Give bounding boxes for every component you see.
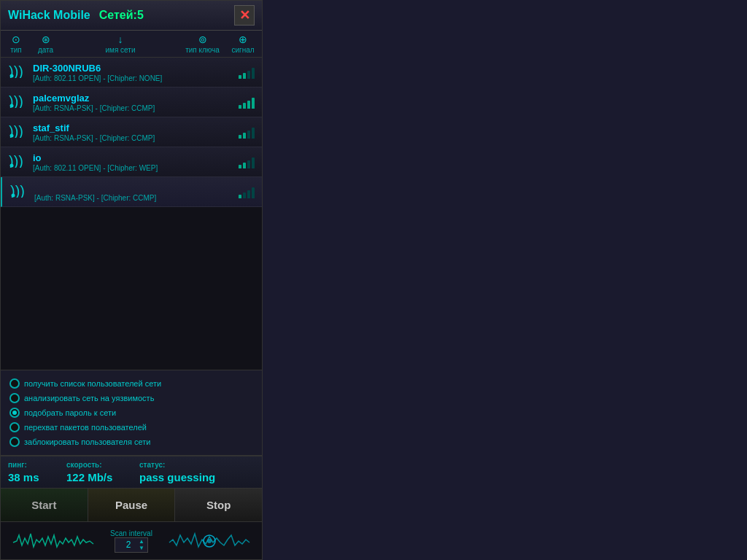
wifi-icon: ))) [7,92,27,112]
signal-indicator [239,125,256,139]
network-auth: [Auth: 802.11 OPEN] - [Chipher: WEP] [33,164,233,172]
col-key: ⊚ тип ключа [182,34,222,54]
action-crack-pass[interactable]: подобрать пароль к сети [7,405,256,420]
action-block-user[interactable]: заблокировать пользователя сети [7,435,256,449]
stop-button[interactable]: Stop [175,489,262,521]
action-panel: получить список пользователей сети анали… [1,370,262,456]
controls-bar: Start Pause Stop [1,488,262,521]
bottom-bar: Scan interval ▲ ▼ [1,521,262,559]
network-info: [Auth: RSNA-PSK] - [Chipher: CCMP] [34,182,233,202]
scan-interval-input[interactable] [118,540,139,550]
svg-point-1 [10,74,14,78]
network-item[interactable]: ))) palcemvglaz [Auth: RSNA-PSK] - [Chip… [1,88,262,117]
speed-label: скорость: [66,461,125,469]
network-info: DIR-300NRUB6 [Auth: 802.11 OPEN] - [Chip… [33,63,233,82]
network-info: io [Auth: 802.11 OPEN] - [Chipher: WEP] [33,152,233,172]
signal-indicator [239,96,256,109]
network-auth: [Auth: 802.11 OPEN] - [Chipher: NONE] [33,74,233,82]
stats-labels-row: пинг: скорость: статус: [8,461,255,469]
action-list-users-label: получить список пользователей сети [24,379,161,388]
action-analyze[interactable]: анализировать сеть на уязвимость [7,391,256,405]
network-info: palcemvglaz [Auth: RSNA-PSK] - [Chipher:… [33,93,233,112]
svg-point-7 [10,164,14,168]
network-item[interactable]: ))) staf_stif [Auth: RSNA-PSK] - [Chiphe… [1,117,262,147]
network-info: staf_stif [Auth: RSNA-PSK] - [Chipher: C… [33,122,233,142]
scan-down-arrow[interactable]: ▼ [139,545,144,551]
scan-interval-control: Scan interval ▲ ▼ [106,529,157,553]
status-value: pass guessing [139,471,215,483]
scan-interval-label: Scan interval [110,529,152,537]
scan-up-arrow[interactable]: ▲ [139,539,144,545]
signal-indicator [239,66,256,79]
action-crack-pass-label: подобрать пароль к сети [24,408,116,417]
stats-panel: пинг: скорость: статус: 38 ms 122 Mb/s p… [1,456,262,488]
network-auth: [Auth: RSNA-PSK] - [Chipher: CCMP] [34,194,233,202]
app-window: WiHack Mobile Сетей:5 ✕ ⊙ тип ⊛ дата ↓ и… [0,0,263,560]
network-name [34,182,233,193]
signal-icon: ⊕ [239,34,247,45]
network-name: DIR-300NRUB6 [33,63,233,74]
wifi-icon: ))) [8,182,28,202]
col-signal: ⊕ сигнал [228,34,258,54]
svg-point-9 [12,194,15,198]
svg-point-11 [207,539,212,543]
network-auth: [Auth: RSNA-PSK] - [Chipher: CCMP] [33,104,233,112]
signal-indicator [239,155,256,168]
stats-values-row: 38 ms 122 Mb/s pass guessing [8,471,255,483]
scan-arrows: ▲ ▼ [139,539,144,551]
radio-block-user[interactable] [9,437,20,447]
svg-point-5 [10,134,14,138]
signal-indicator [239,185,256,198]
ping-value: 38 ms [8,471,52,483]
network-auth: [Auth: RSNA-PSK] - [Chipher: CCMP] [33,134,233,142]
key-icon: ⊚ [198,34,207,45]
radio-analyze[interactable] [9,393,20,403]
pause-button[interactable]: Pause [88,489,176,521]
network-name: staf_stif [33,122,233,133]
action-analyze-label: анализировать сеть на уязвимость [24,394,154,402]
network-count-label: Сетей:5 [99,9,144,22]
wifi-icon: ))) [7,62,27,82]
col-type: ⊙ тип [5,34,27,54]
wifi-icon: ))) [7,122,27,142]
network-name: palcemvglaz [33,93,233,104]
network-item[interactable]: ))) DIR-300NRUB6 [Auth: 802.11 OPEN] - [… [1,58,262,88]
speed-value: 122 Mb/s [66,471,125,483]
network-item[interactable]: ))) [Auth: RSNA-PSK] - [Chipher: CCMP] [1,177,262,207]
action-block-user-label: заблокировать пользователя сети [24,438,150,446]
waveform-left [5,528,101,554]
name-icon: ↓ [118,34,123,45]
action-intercept-label: перехват пакетов пользователей [24,423,147,432]
svg-point-3 [10,104,14,108]
network-name: io [33,152,233,163]
col-name: ↓ имя сети [64,34,177,54]
network-item[interactable]: ))) io [Auth: 802.11 OPEN] - [Chipher: W… [1,147,262,177]
action-list-users[interactable]: получить список пользователей сети [7,376,256,391]
radio-crack-pass[interactable] [9,408,20,418]
wifi-icon: ))) [7,152,27,172]
column-headers: ⊙ тип ⊛ дата ↓ имя сети ⊚ тип ключа ⊕ си… [1,31,262,58]
type-icon: ⊙ [12,34,20,45]
scan-input-wrap: ▲ ▼ [115,537,148,553]
ping-label: пинг: [8,461,52,469]
radio-intercept[interactable] [9,422,20,432]
header: WiHack Mobile Сетей:5 ✕ [1,1,262,31]
close-button[interactable]: ✕ [234,5,255,26]
status-label: статус: [139,461,212,469]
start-button[interactable]: Start [1,489,88,521]
radio-list-users[interactable] [9,378,20,389]
date-icon: ⊛ [42,34,50,45]
col-date: ⊛ дата [33,34,58,54]
network-list: ))) DIR-300NRUB6 [Auth: 802.11 OPEN] - [… [1,58,262,370]
waveform-right [161,528,258,554]
app-title: WiHack Mobile [8,9,90,22]
action-intercept[interactable]: перехват пакетов пользователей [7,420,256,435]
